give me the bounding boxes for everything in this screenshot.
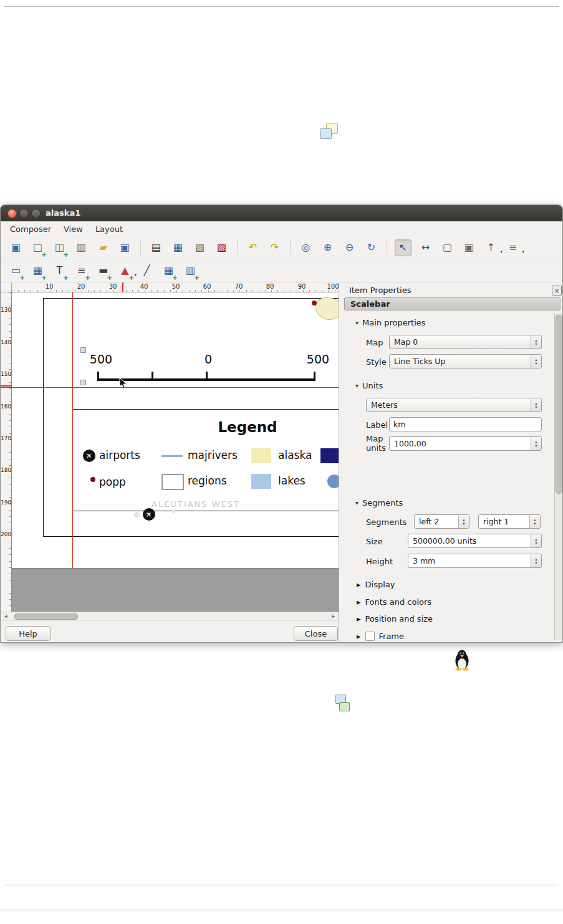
- section-units[interactable]: ▾ Units: [355, 381, 383, 390]
- raise-items-icon[interactable]: ↑▾: [483, 240, 499, 256]
- lock-items-icon[interactable]: ▣: [461, 240, 477, 256]
- window-maximize-button[interactable]: [31, 209, 41, 218]
- spinner-arrows-icon[interactable]: ▴▾: [531, 335, 541, 349]
- add-scalebar-icon[interactable]: ▬+: [95, 263, 111, 279]
- window-minimize-button[interactable]: [19, 209, 29, 218]
- titlebar[interactable]: alaska1: [1, 205, 562, 221]
- panel-title: Item Properties: [349, 286, 411, 295]
- panel-close-icon[interactable]: ×: [552, 286, 562, 296]
- help-button[interactable]: Help: [6, 626, 51, 641]
- legend-label: alaska: [278, 449, 312, 461]
- scrollbar-thumb[interactable]: [14, 614, 78, 620]
- vertical-ruler: 130 140 150 160 170 180 190 200: [1, 292, 12, 612]
- section-position-and-size[interactable]: ▸ Position and size: [357, 614, 433, 623]
- section-main-properties[interactable]: ▾ Main properties: [355, 318, 426, 327]
- align-items-icon[interactable]: ≡▾: [505, 240, 521, 256]
- undo-icon[interactable]: ↶: [245, 240, 261, 256]
- collapse-arrow-icon: ▸: [357, 614, 361, 623]
- spinner-arrows-icon[interactable]: ▴▾: [529, 515, 540, 528]
- page-rule-bottom: [5, 885, 558, 885]
- legend-item[interactable]: Legend ✈ airports majrivers alaska popp …: [72, 409, 339, 511]
- map-label: Map: [366, 338, 383, 347]
- selection-handle[interactable]: [80, 347, 86, 353]
- menu-view[interactable]: View: [57, 224, 89, 234]
- add-legend-icon[interactable]: ≡+: [74, 263, 89, 279]
- zoom-full-icon[interactable]: ◎: [298, 240, 314, 256]
- scroll-right-icon[interactable]: ▸: [332, 613, 335, 619]
- section-segments[interactable]: ▾ Segments: [355, 498, 403, 508]
- map-point: [171, 509, 175, 513]
- style-select[interactable]: Line Ticks Up ▴▾: [389, 354, 542, 368]
- map-select[interactable]: Map 0 ▴▾: [389, 335, 542, 349]
- duplicate-composition-icon[interactable]: ◫+: [52, 240, 67, 256]
- refresh-view-icon[interactable]: ↻: [363, 240, 379, 256]
- window-close-button[interactable]: [7, 209, 17, 218]
- print-icon[interactable]: ▤: [148, 240, 164, 256]
- map-units-spinbox[interactable]: 1000,00 ▴▾: [389, 436, 542, 451]
- fill-patch-symbol: [251, 474, 271, 489]
- zoom-out-icon[interactable]: ⊖: [342, 240, 357, 256]
- fill-patch-symbol: [320, 448, 339, 463]
- spinner-arrows-icon[interactable]: ▴▾: [458, 515, 469, 528]
- redo-icon[interactable]: ↷: [267, 240, 282, 256]
- section-display[interactable]: ▸ Display: [357, 580, 395, 589]
- export-pdf-icon[interactable]: ▨: [214, 240, 229, 256]
- spinner-arrows-icon[interactable]: ▴▾: [531, 554, 541, 567]
- add-arrow-icon[interactable]: ╱: [139, 263, 155, 279]
- add-label-icon[interactable]: T+: [52, 263, 67, 279]
- collapse-arrow-icon: ▾: [355, 499, 358, 506]
- zoom-in-icon[interactable]: ⊕: [320, 240, 335, 256]
- add-image-icon[interactable]: ▦+: [30, 263, 46, 279]
- collapse-arrow-icon: ▸: [357, 597, 361, 607]
- scrollbar-thumb[interactable]: [556, 315, 562, 494]
- save-icon[interactable]: ▣: [8, 240, 24, 256]
- move-item-content-icon[interactable]: ↔: [418, 240, 433, 256]
- spinner-arrows-icon[interactable]: ▴▾: [531, 398, 541, 411]
- spinner-arrows-icon[interactable]: ▴▾: [531, 355, 541, 368]
- open-icon[interactable]: ▰: [95, 240, 111, 256]
- group-items-icon[interactable]: ▢: [440, 240, 455, 256]
- add-map-icon[interactable]: ▭+: [8, 263, 24, 279]
- toolbar-separator: [387, 240, 387, 255]
- segments-left-spinbox[interactable]: left 2 ▴▾: [414, 514, 469, 529]
- section-fonts-and-colors[interactable]: ▸ Fonts and colors: [357, 597, 431, 607]
- label-input[interactable]: [389, 417, 542, 431]
- frame-checkbox[interactable]: [365, 632, 375, 641]
- add-html-icon[interactable]: ▥+: [183, 263, 198, 279]
- height-spinbox[interactable]: 3 mm ▴▾: [408, 554, 542, 568]
- add-attribute-table-icon[interactable]: ▦+: [161, 263, 176, 279]
- spinner-arrows-icon[interactable]: ▴▾: [531, 534, 541, 547]
- units-select[interactable]: Meters ▴▾: [366, 398, 542, 412]
- segments-right-spinbox[interactable]: right 1 ▴▾: [478, 514, 541, 529]
- spinner-arrows-icon[interactable]: ▴▾: [531, 437, 541, 450]
- add-shape-icon[interactable]: ▲+▾: [117, 263, 133, 279]
- composition-manager-icon[interactable]: ▥: [74, 240, 89, 256]
- section-frame[interactable]: ▸ Frame: [357, 632, 404, 641]
- horizontal-scrollbar[interactable]: ◂ ▸: [1, 612, 339, 620]
- canvas-viewport[interactable]: Legend ✈ airports majrivers alaska popp …: [12, 292, 339, 612]
- mouse-cursor: [119, 377, 128, 390]
- overlapping-items-icon: [320, 122, 339, 141]
- export-image-icon[interactable]: ▦: [170, 240, 186, 256]
- toolbar-separator: [290, 240, 291, 255]
- airport-symbol: ✈: [83, 450, 95, 462]
- menu-composer[interactable]: Composer: [4, 224, 57, 234]
- menu-layout[interactable]: Layout: [89, 224, 129, 234]
- height-label: Height: [366, 557, 393, 566]
- export-svg-icon[interactable]: ▧: [192, 240, 208, 256]
- scalebar-tick: [97, 372, 99, 381]
- size-spinbox[interactable]: 500000,00 units ▴▾: [408, 534, 542, 548]
- point-symbol: [90, 477, 95, 482]
- scalebar-tick: [206, 372, 208, 381]
- selection-handle[interactable]: [80, 380, 86, 385]
- legend-label: lakes: [278, 474, 306, 487]
- select-move-item-icon[interactable]: ↖: [395, 239, 411, 256]
- outline-patch-symbol: [161, 474, 184, 490]
- save-as-icon[interactable]: ▣: [117, 240, 133, 256]
- collapse-arrow-icon: ▾: [355, 319, 358, 326]
- toolbar-separator: [140, 240, 141, 255]
- scroll-left-icon[interactable]: ◂: [4, 613, 7, 619]
- new-composition-icon[interactable]: □+: [30, 240, 46, 256]
- close-button[interactable]: Close: [294, 626, 338, 641]
- panel-scrollbar[interactable]: [554, 313, 562, 640]
